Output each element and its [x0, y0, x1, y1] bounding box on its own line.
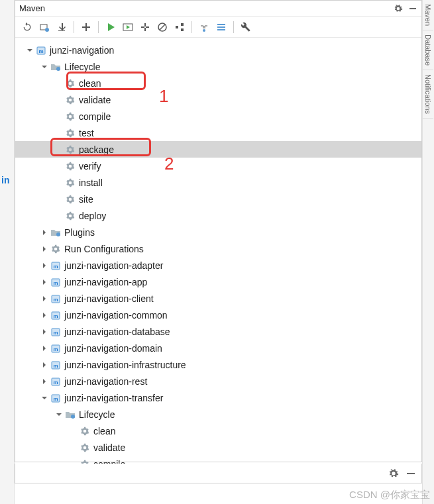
goal-install[interactable]: install: [15, 174, 421, 191]
project-junzi-navigation[interactable]: mjunzi-navigation: [15, 42, 421, 58]
expander-icon[interactable]: [39, 227, 50, 238]
folder-icon: [64, 409, 76, 421]
plugins-folder[interactable]: Plugins: [15, 224, 421, 240]
svg-rect-37: [407, 473, 415, 474]
expander-icon[interactable]: [39, 343, 50, 354]
svg-point-16: [56, 67, 60, 71]
reload-button[interactable]: [19, 19, 35, 35]
tree-item-label: deploy: [79, 211, 106, 221]
wrench-button[interactable]: [238, 19, 254, 35]
lifecycle-folder-2[interactable]: Lifecycle: [15, 406, 421, 423]
svg-text:m: m: [53, 346, 58, 352]
minimize-icon[interactable]: [408, 4, 417, 13]
module-transfer[interactable]: mjunzi-navigation-transfer: [15, 389, 421, 406]
goal-package[interactable]: package: [15, 141, 421, 158]
expander-icon[interactable]: [25, 45, 35, 56]
svg-text:m: m: [53, 330, 58, 336]
show-settings-button[interactable]: [213, 19, 229, 35]
panel-header: Maven: [15, 1, 421, 17]
goal-validate[interactable]: validate: [15, 91, 421, 108]
svg-line-6: [160, 25, 165, 30]
svg-text:m: m: [53, 297, 58, 303]
tree-item-label: clean: [79, 78, 101, 89]
add-project-button[interactable]: [78, 19, 94, 35]
footer-settings-icon[interactable]: [388, 468, 399, 479]
folder-icon: [50, 61, 62, 73]
goal-clean[interactable]: clean: [15, 75, 421, 91]
tree-item-label: junzi-navigation-domain: [64, 343, 162, 354]
maven-icon: m: [50, 359, 62, 371]
module-app[interactable]: mjunzi-navigation-app: [15, 274, 421, 290]
right-tab-maven[interactable]: Maven: [423, 0, 433, 30]
svg-point-36: [71, 415, 75, 419]
right-tab-database[interactable]: Database: [423, 30, 433, 70]
project-tree[interactable]: mjunzi-navigationLifecyclecleanvalidatec…: [15, 38, 421, 476]
svg-text:m: m: [38, 48, 43, 54]
tree-item-label: validate: [93, 442, 125, 453]
run-configurations[interactable]: Run Configurations: [15, 240, 421, 257]
svg-rect-12: [217, 26, 225, 28]
maven-icon: m: [50, 376, 62, 387]
right-toolwindow-strip[interactable]: Maven Database Notifications: [422, 0, 434, 504]
module-rest[interactable]: mjunzi-navigation-rest: [15, 373, 421, 389]
expander-icon[interactable]: [39, 244, 50, 254]
toolbar: [15, 17, 421, 38]
maven-icon: m: [50, 342, 62, 354]
svg-rect-9: [181, 28, 184, 31]
tree-item-label: Plugins: [64, 227, 95, 238]
toggle-offline-button[interactable]: [137, 19, 153, 35]
gear-icon: [79, 442, 91, 454]
generate-sources-button[interactable]: [36, 19, 52, 35]
collapse-all-button[interactable]: [196, 19, 212, 35]
module-adapter[interactable]: mjunzi-navigation-adapter: [15, 257, 421, 274]
maven-icon: m: [50, 276, 62, 288]
show-dependencies-button[interactable]: [172, 19, 188, 35]
module-common[interactable]: mjunzi-navigation-common: [15, 307, 421, 323]
expander-icon[interactable]: [39, 310, 50, 321]
module-client[interactable]: mjunzi-navigation-client: [15, 290, 421, 307]
panel-title: Maven: [19, 3, 394, 13]
goal-validate-2[interactable]: validate: [15, 439, 421, 456]
module-infrastructure[interactable]: mjunzi-navigation-infrastructure: [15, 356, 421, 373]
expander-icon[interactable]: [39, 62, 50, 72]
execute-goal-button[interactable]: [120, 19, 136, 35]
goal-deploy[interactable]: deploy: [15, 207, 421, 224]
expander-icon[interactable]: [39, 393, 50, 403]
tree-item-label: Lifecycle: [79, 409, 115, 420]
settings-icon[interactable]: [394, 4, 403, 13]
goal-verify[interactable]: verify: [15, 158, 421, 174]
left-gutter: in: [0, 0, 15, 504]
expander-icon[interactable]: [39, 260, 50, 271]
svg-rect-0: [409, 8, 416, 9]
svg-text:m: m: [53, 379, 58, 385]
module-domain[interactable]: mjunzi-navigation-domain: [15, 340, 421, 356]
expander-icon[interactable]: [39, 376, 50, 387]
tree-item-label: site: [79, 194, 93, 205]
lifecycle-folder[interactable]: Lifecycle: [15, 58, 421, 75]
expander-icon[interactable]: [39, 327, 50, 337]
expander-icon[interactable]: [54, 409, 64, 420]
expander-icon[interactable]: [39, 277, 50, 287]
skip-tests-button[interactable]: [154, 19, 170, 35]
tree-item-label: junzi-navigation-database: [64, 327, 170, 337]
svg-text:m: m: [53, 313, 58, 319]
maven-tool-window: Maven mjunzi-navigationLifecyclecleanval…: [15, 0, 422, 462]
right-tab-notifications[interactable]: Notifications: [423, 70, 433, 119]
goal-clean-2[interactable]: clean: [15, 423, 421, 439]
tree-item-label: install: [79, 177, 103, 188]
tree-item-label: junzi-navigation: [50, 45, 114, 56]
tree-item-label: Lifecycle: [64, 62, 100, 72]
footer-minimize-icon[interactable]: [406, 469, 416, 478]
goal-site[interactable]: site: [15, 191, 421, 207]
goal-test[interactable]: test: [15, 125, 421, 141]
expander-icon[interactable]: [39, 360, 50, 370]
module-database[interactable]: mjunzi-navigation-database: [15, 323, 421, 340]
maven-icon: m: [35, 44, 47, 56]
run-button[interactable]: [103, 19, 119, 35]
gear-icon: [64, 77, 76, 89]
svg-point-17: [56, 232, 60, 236]
expander-icon[interactable]: [39, 293, 50, 304]
download-sources-button[interactable]: [54, 19, 70, 35]
svg-rect-7: [176, 26, 178, 28]
goal-compile[interactable]: compile: [15, 108, 421, 125]
